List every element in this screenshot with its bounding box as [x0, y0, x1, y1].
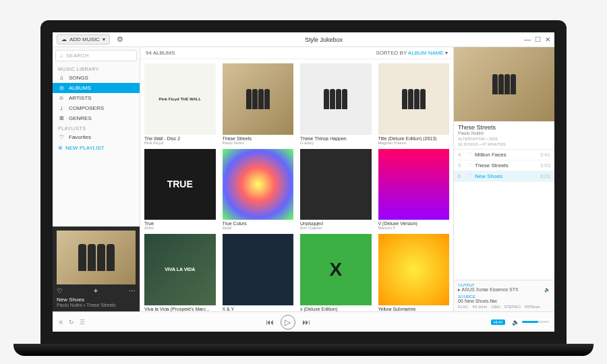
volume-icon: 🔈	[544, 287, 550, 293]
library-header: MUSIC LIBRARY	[53, 64, 140, 73]
album-card[interactable]: These StreetsPaolo Nutini	[223, 63, 294, 145]
album-artist: G-Eazy	[300, 141, 372, 145]
nav-albums[interactable]: ◎ALBUMS	[53, 83, 140, 93]
close-button[interactable]: ✕	[545, 36, 550, 43]
album-card[interactable]: x (Deluxe Edition)Ed Sheeran	[300, 234, 372, 311]
album-card[interactable]: These Things HappenG-Eazy	[300, 63, 372, 145]
volume-slider[interactable]	[522, 321, 549, 323]
track-name: These Streets	[475, 162, 537, 169]
sidebar: ⌕ SEARCH MUSIC LIBRARY ♫SONGS ◎ALBUMS ☺A…	[53, 47, 140, 311]
nav-genres[interactable]: ⊞GENRES	[53, 113, 140, 123]
nav-artists[interactable]: ☺ARTISTS	[53, 93, 140, 103]
spec-value: 44.1kHz	[472, 305, 487, 309]
detail-title: These Streets	[458, 124, 550, 131]
album-card[interactable]: TrueAvicii	[144, 149, 216, 231]
album-card[interactable]: Viva la Vida (Prospekt's Marc...Coldplay	[144, 234, 216, 311]
audio-specs: FLAC44.1kHz16bitSTEREO897kbps	[458, 305, 550, 309]
album-artist: Zedd	[223, 226, 294, 230]
disc-icon: ◎	[58, 85, 65, 91]
hifi-badge[interactable]: HI-FI	[491, 320, 505, 325]
track-list: 4♡Million Faces3:415♡These Streets3:536♡…	[454, 150, 554, 280]
album-title: Title (Deluxe Edition) (2013)	[378, 136, 450, 141]
minimize-button[interactable]: —	[524, 36, 531, 43]
album-cover	[378, 149, 450, 220]
heart-icon[interactable]: ♡	[467, 152, 472, 158]
album-cover	[378, 234, 450, 305]
album-title: True Colors	[223, 221, 294, 226]
album-cover	[300, 149, 372, 220]
chevron-down-icon: ▾	[103, 36, 105, 42]
album-grid: The Wall - Disc 2Pink FloydThese Streets…	[140, 59, 453, 311]
add-music-button[interactable]: ☁ ADD MUSIC ▾	[57, 34, 110, 44]
track-row[interactable]: 4♡Million Faces3:41	[454, 150, 554, 160]
add-music-label: ADD MUSIC	[69, 36, 100, 42]
album-cover	[144, 234, 216, 305]
detail-art[interactable]	[454, 47, 554, 121]
album-card[interactable]: Title (Deluxe Edition) (2013)Meghan Trai…	[378, 63, 450, 145]
chevron-down-icon: ▾	[445, 50, 448, 56]
album-card[interactable]: True ColorsZedd	[223, 149, 294, 231]
gear-icon[interactable]: ⚙	[117, 35, 123, 44]
spec-value: STEREO	[504, 305, 521, 309]
track-duration: 3:41	[540, 152, 550, 158]
maximize-button[interactable]: ☐	[535, 36, 541, 43]
cloud-upload-icon: ☁	[61, 36, 67, 42]
track-row[interactable]: 6♡New Shoes3:21	[454, 171, 554, 182]
track-row[interactable]: 5♡These Streets3:53	[454, 160, 554, 171]
heart-icon[interactable]: ♡	[467, 173, 472, 179]
album-title: Viva la Vida (Prospekt's Marc...	[144, 307, 216, 311]
queue-icon[interactable]: ☰	[80, 319, 85, 326]
repeat-icon[interactable]: ↻	[69, 319, 74, 326]
album-title: x (Deluxe Edition)	[300, 307, 372, 311]
album-title: The Wall - Disc 2	[144, 136, 216, 141]
now-playing-art[interactable]	[57, 231, 136, 284]
album-artist: Eric Clapton	[300, 226, 372, 230]
now-playing-title: New Shoes	[57, 297, 136, 303]
album-cover	[144, 63, 216, 135]
play-button[interactable]: ▷	[281, 315, 295, 330]
track-duration: 3:21	[540, 173, 550, 179]
track-duration: 3:53	[540, 162, 550, 169]
album-title: V (Deluxe Version)	[378, 221, 450, 226]
heart-icon: ♡	[58, 134, 65, 140]
playlists-header: PLAYLISTS	[53, 123, 140, 132]
album-title: These Things Happen	[300, 136, 372, 141]
spec-value: 897kbps	[525, 305, 540, 309]
output-panel: OUTPUT ▸ ASUS Xonar Essence STX 🔈 SOURCE…	[454, 280, 554, 311]
shuffle-icon[interactable]: ⤨	[58, 319, 63, 326]
detail-panel: These Streets Paolo Nutini ALTERNATIVE •…	[453, 47, 554, 311]
output-device[interactable]: ▸ ASUS Xonar Essence STX 🔈	[458, 287, 550, 293]
album-card[interactable]: UnpluggedEric Clapton	[300, 149, 372, 231]
album-cover	[300, 234, 372, 305]
album-card[interactable]: V (Deluxe Version)Maroon 5	[378, 149, 450, 231]
album-count: 94 ALBUMS	[146, 50, 175, 56]
album-artist: Pink Floyd	[144, 141, 216, 145]
more-icon[interactable]: ⋯	[129, 287, 136, 295]
now-playing-panel: ♡ + ⋯ New Shoes Paolo Nutini • These Str…	[53, 226, 140, 311]
album-cover	[378, 63, 450, 135]
favorite-icon[interactable]: ♡	[57, 287, 63, 295]
album-title: True	[144, 221, 216, 226]
nav-songs[interactable]: ♫SONGS	[53, 73, 140, 83]
player-bar: ⤨ ↻ ☰ ⏮ ▷ ⏭ HI-FI 🔈	[53, 311, 554, 332]
heart-icon[interactable]: ♡	[467, 162, 472, 169]
album-artist: Maroon 5	[378, 226, 450, 230]
prev-track-button[interactable]: ⏮	[266, 317, 274, 327]
search-icon: ⌕	[60, 53, 63, 59]
source-file: 06 New Shoes.flac	[458, 299, 550, 303]
album-cover	[223, 234, 294, 305]
next-track-button[interactable]: ⏭	[302, 317, 310, 327]
album-card[interactable]: The Wall - Disc 2Pink Floyd	[144, 63, 216, 145]
album-title: Yellow Submarine	[378, 307, 450, 311]
volume-control[interactable]: 🔈	[512, 319, 549, 326]
detail-artist: Paolo Nutini	[458, 131, 550, 135]
album-card[interactable]: Yellow SubmarineThe Beatles	[378, 234, 450, 311]
nav-composers[interactable]: ♩COMPOSERS	[53, 103, 140, 113]
add-icon[interactable]: +	[94, 287, 98, 295]
nav-favorites[interactable]: ♡Favorites	[53, 132, 140, 142]
new-playlist-button[interactable]: ⊕NEW PLAYLIST	[53, 142, 140, 154]
search-input[interactable]: ⌕ SEARCH	[55, 50, 137, 61]
album-card[interactable]: X & YColdplay	[223, 234, 294, 311]
app-title: Style Jukebox	[123, 36, 524, 43]
sort-control[interactable]: SORTED BY ALBUM NAME ▾	[376, 50, 448, 56]
